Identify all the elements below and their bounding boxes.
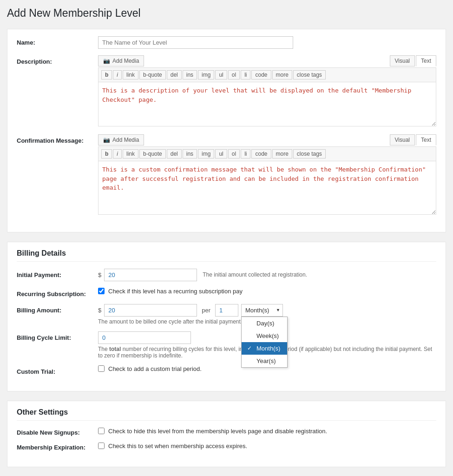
- name-input[interactable]: [98, 36, 293, 49]
- custom-trial-label: Custom Trial:: [17, 365, 98, 375]
- conf-format-img-btn[interactable]: img: [198, 149, 214, 159]
- other-settings-heading: Other Settings: [17, 408, 436, 421]
- conf-format-bquote-btn[interactable]: b-quote: [139, 149, 166, 159]
- initial-dollar-sign: $: [98, 271, 101, 278]
- period-option-days[interactable]: Day(s): [242, 317, 287, 330]
- confirmation-row: Confirmation Message: 📷 Add Media Visual…: [17, 134, 436, 216]
- membership-expiration-checkbox[interactable]: [98, 443, 105, 449]
- initial-payment-control: $ The initial amount collected at regist…: [98, 269, 436, 281]
- conf-format-del-btn[interactable]: del: [167, 149, 182, 159]
- period-option-weeks[interactable]: Week(s): [242, 330, 287, 342]
- name-label: Name:: [17, 36, 98, 46]
- disable-signups-label: Disable New Signups:: [17, 428, 98, 436]
- membership-expiration-text: Check this to set when membership access…: [108, 443, 247, 450]
- period-option-years[interactable]: Year(s): [242, 355, 287, 367]
- per-label: per: [202, 307, 210, 314]
- disable-signups-checkbox[interactable]: [98, 428, 105, 434]
- format-link-btn[interactable]: link: [123, 70, 138, 79]
- billing-dollar-sign: $: [98, 307, 101, 314]
- main-form-section: Name: Description: 📷 Add Media Visual Te…: [7, 29, 446, 232]
- initial-payment-label: Initial Payment:: [17, 269, 98, 278]
- period-option-months[interactable]: ✓ Month(s): [242, 342, 287, 355]
- format-ul-btn[interactable]: ul: [215, 70, 227, 79]
- format-li-btn[interactable]: li: [241, 70, 250, 79]
- period-select-display[interactable]: Month(s) ▼: [241, 304, 283, 317]
- format-b-btn[interactable]: b: [101, 70, 112, 79]
- format-img-btn[interactable]: img: [198, 70, 214, 79]
- conf-format-i-btn[interactable]: i: [113, 149, 122, 159]
- billing-amount-label: Billing Amount:: [17, 304, 98, 314]
- description-editor-wrap: This is a description of your level that…: [98, 82, 436, 128]
- recurring-label: Recurring Subscription:: [17, 288, 98, 298]
- confirmation-view-tabs: Visual Text: [390, 134, 436, 145]
- confirmation-format-bar: b i link b-quote del ins img ul ol li co…: [98, 146, 436, 161]
- period-select-value: Month(s): [245, 307, 269, 314]
- conf-format-b-btn[interactable]: b: [101, 149, 112, 159]
- custom-trial-row: Custom Trial: Check to add a custom tria…: [17, 365, 436, 375]
- format-more-btn[interactable]: more: [272, 70, 292, 79]
- billing-amount-row: Billing Amount: $ per Month(s) ▼: [17, 304, 436, 325]
- per-value-input[interactable]: [215, 304, 238, 317]
- name-control: [98, 36, 436, 49]
- conf-format-link-btn[interactable]: link: [123, 149, 138, 159]
- description-view-tabs: Visual Text: [390, 55, 436, 66]
- confirmation-editor[interactable]: This is a custom confirmation message th…: [98, 161, 436, 215]
- format-code-btn[interactable]: code: [251, 70, 271, 79]
- conf-format-ins-btn[interactable]: ins: [183, 149, 197, 159]
- months-check: ✓: [247, 345, 254, 351]
- period-dropdown: Day(s) Week(s) ✓ Month(s): [241, 317, 288, 368]
- initial-payment-row: Initial Payment: $ The initial amount co…: [17, 269, 436, 281]
- billing-heading: Billing Details: [17, 249, 436, 262]
- confirmation-add-media-btn[interactable]: 📷 Add Media: [98, 134, 144, 145]
- format-i-btn[interactable]: i: [113, 70, 122, 79]
- confirmation-visual-tab[interactable]: Visual: [390, 134, 415, 145]
- format-ins-btn[interactable]: ins: [183, 70, 197, 79]
- conf-format-code-btn[interactable]: code: [251, 149, 271, 159]
- recurring-text: Check if this level has a recurring subs…: [108, 288, 243, 295]
- description-text-tab[interactable]: Text: [416, 55, 436, 66]
- membership-expiration-label: Membership Expiration:: [17, 443, 98, 451]
- description-add-media-btn[interactable]: 📷 Add Media: [98, 55, 144, 66]
- billing-cycle-input[interactable]: [98, 331, 191, 344]
- recurring-checkbox[interactable]: [98, 288, 105, 294]
- period-select-wrap: Month(s) ▼ Day(s) Week(s): [241, 304, 283, 317]
- conf-format-closetags-btn[interactable]: close tags: [293, 149, 326, 159]
- recurring-control: Check if this level has a recurring subs…: [98, 288, 436, 295]
- disable-signups-control: Check to hide this level from the member…: [98, 428, 436, 435]
- description-editor[interactable]: This is a description of your level that…: [98, 82, 436, 126]
- conf-format-more-btn[interactable]: more: [272, 149, 292, 159]
- billing-amount-input[interactable]: [104, 304, 197, 317]
- disable-signups-row: Disable New Signups: Check to hide this …: [17, 428, 436, 436]
- confirmation-control: 📷 Add Media Visual Text b i link b-quote…: [98, 134, 436, 216]
- format-del-btn[interactable]: del: [167, 70, 182, 79]
- confirmation-editor-wrap: This is a custom confirmation message th…: [98, 161, 436, 216]
- days-check: [247, 320, 254, 326]
- page-title: Add New Membership Level: [7, 5, 446, 22]
- weeks-check: [247, 332, 254, 339]
- chevron-down-icon: ▼: [276, 308, 280, 312]
- billing-amount-control: $ per Month(s) ▼ Day(s): [98, 304, 436, 325]
- years-check: [247, 357, 254, 364]
- description-label: Description:: [17, 55, 98, 65]
- billing-section: Billing Details Initial Payment: $ The i…: [7, 242, 446, 391]
- conf-format-ol-btn[interactable]: ol: [228, 149, 240, 159]
- billing-cycle-row: Billing Cycle Limit: The total number of…: [17, 331, 436, 359]
- other-settings-section: Other Settings Disable New Signups: Chec…: [7, 401, 446, 467]
- format-bquote-btn[interactable]: b-quote: [139, 70, 166, 79]
- initial-payment-hint: The initial amount collected at registra…: [203, 271, 307, 278]
- membership-expiration-row: Membership Expiration: Check this to set…: [17, 443, 436, 451]
- description-row: Description: 📷 Add Media Visual Text b i…: [17, 55, 436, 128]
- format-ol-btn[interactable]: ol: [228, 70, 240, 79]
- conf-format-li-btn[interactable]: li: [241, 149, 250, 159]
- confirmation-text-tab[interactable]: Text: [416, 134, 436, 145]
- billing-cycle-label: Billing Cycle Limit:: [17, 331, 98, 341]
- confirmation-add-media-icon: 📷: [103, 137, 110, 143]
- description-control: 📷 Add Media Visual Text b i link b-quote…: [98, 55, 436, 128]
- format-closetags-btn[interactable]: close tags: [293, 70, 326, 79]
- confirmation-toolbar: 📷 Add Media Visual Text: [98, 134, 436, 145]
- description-visual-tab[interactable]: Visual: [390, 55, 415, 66]
- initial-payment-input[interactable]: [104, 269, 197, 281]
- add-media-icon: 📷: [103, 58, 110, 64]
- conf-format-ul-btn[interactable]: ul: [215, 149, 227, 159]
- custom-trial-checkbox[interactable]: [98, 365, 105, 372]
